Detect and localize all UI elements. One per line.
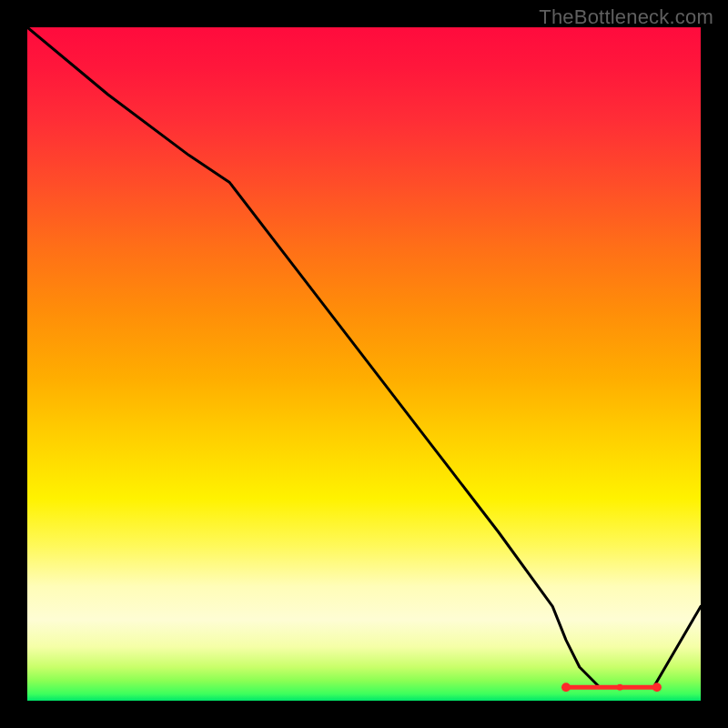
plot-area (27, 27, 701, 701)
source-credit: TheBottleneck.com (539, 5, 713, 29)
plot-frame (27, 27, 701, 701)
heat-gradient (27, 27, 701, 701)
chart-root: TheBottleneck.com (0, 0, 728, 728)
